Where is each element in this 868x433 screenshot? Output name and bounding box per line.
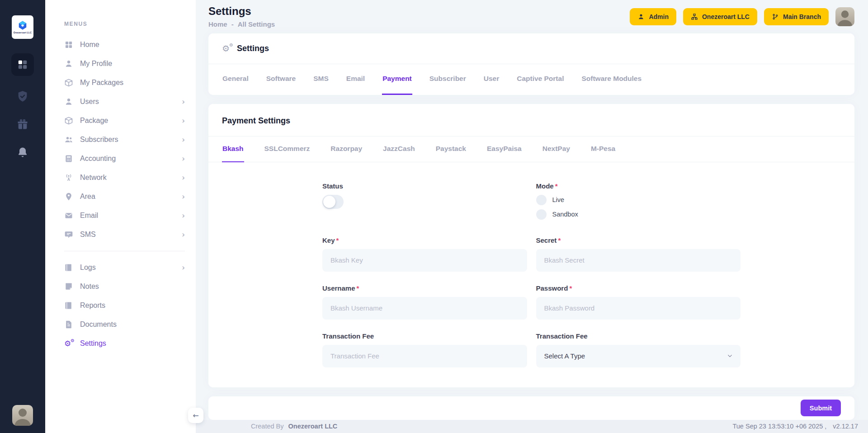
sidebar-item-subscribers[interactable]: Subscribers ›	[64, 130, 185, 149]
admin-button[interactable]: Admin	[630, 8, 676, 25]
sidebar-item-my-packages[interactable]: My Packages	[64, 73, 185, 92]
rail-gift-button[interactable]	[15, 117, 30, 132]
mode-live-radio[interactable]	[536, 195, 547, 205]
tab-email[interactable]: Email	[346, 64, 365, 95]
secret-field: Secret*	[536, 236, 741, 272]
mode-label: Mode*	[536, 182, 741, 190]
transaction-fee-type-field: Transaction Fee Select A Type	[536, 332, 741, 367]
tab-user[interactable]: User	[483, 64, 500, 95]
breadcrumb: Home - All Settings	[208, 20, 275, 28]
envelope-icon	[64, 211, 73, 220]
tab-jazzcash[interactable]: JazzCash	[382, 136, 415, 162]
status-toggle[interactable]	[322, 195, 344, 209]
chevron-right-icon: ›	[182, 136, 185, 144]
branch-button[interactable]: Main Branch	[764, 8, 829, 25]
footer-version: v2.12.17	[833, 423, 858, 430]
menus-section-label: MENUS	[64, 21, 185, 27]
tab-mpesa[interactable]: M-Pesa	[590, 136, 616, 162]
rail-user-avatar[interactable]	[12, 405, 33, 426]
chevron-right-icon: ›	[182, 231, 185, 239]
tab-payment[interactable]: Payment	[382, 64, 412, 95]
chevron-right-icon: ›	[182, 264, 185, 272]
tab-subscriber[interactable]: Subscriber	[429, 64, 467, 95]
transaction-fee-input[interactable]	[322, 345, 527, 367]
users-icon	[64, 135, 73, 144]
sidebar-item-reports[interactable]: Reports	[64, 296, 185, 315]
menu-divider	[64, 251, 185, 251]
sidebar-item-email[interactable]: Email ›	[64, 206, 185, 225]
calculator-icon	[64, 154, 73, 163]
sidebar-item-settings[interactable]: ⚙⚙ Settings	[64, 334, 185, 353]
user-icon	[64, 97, 73, 106]
sidebar-item-network[interactable]: Network ›	[64, 168, 185, 187]
username-field: Username*	[322, 284, 527, 320]
sidebar-item-logs[interactable]: Logs ›	[64, 258, 185, 277]
chevron-right-icon: ›	[182, 212, 185, 220]
sitemap-icon	[691, 13, 698, 20]
rail-notifications-button[interactable]	[15, 145, 30, 160]
note-icon	[64, 282, 73, 291]
tab-razorpay[interactable]: Razorpay	[330, 136, 363, 162]
key-input[interactable]	[322, 249, 527, 272]
sidebar-item-sms[interactable]: SMS ›	[64, 225, 185, 244]
tab-software[interactable]: Software	[266, 64, 296, 95]
sidebar-item-notes[interactable]: Notes	[64, 277, 185, 296]
sidebar-item-package[interactable]: Package ›	[64, 111, 185, 130]
key-field: Key*	[322, 236, 527, 272]
chevron-right-icon: ›	[182, 174, 185, 182]
sidebar-item-my-profile[interactable]: My Profile	[64, 54, 185, 73]
sidebar-item-label: Settings	[80, 339, 106, 348]
user-avatar[interactable]	[835, 7, 854, 26]
rail-dashboard-button[interactable]	[11, 53, 34, 76]
transaction-fee-type-label: Transaction Fee	[536, 332, 741, 340]
tab-easypaisa[interactable]: EasyPaisa	[486, 136, 522, 162]
rail-shield-check-button[interactable]	[15, 89, 30, 104]
secret-input[interactable]	[536, 249, 741, 272]
tab-paystack[interactable]: Paystack	[435, 136, 467, 162]
tab-sslcommerz[interactable]: SSLCommerz	[264, 136, 311, 162]
breadcrumb-home-link[interactable]: Home	[208, 20, 227, 28]
sidebar-item-label: Package	[80, 117, 108, 125]
package-icon	[64, 78, 73, 87]
sidebar-item-accounting[interactable]: Accounting ›	[64, 149, 185, 168]
form-actions-card: Submit	[208, 396, 854, 420]
sidebar-item-users[interactable]: Users ›	[64, 92, 185, 111]
sidebar-item-label: SMS	[80, 231, 96, 239]
footer-company: Onezeroart LLC	[288, 423, 338, 430]
report-book-icon	[64, 301, 73, 310]
mode-field: Mode* Live Sandbox	[536, 182, 741, 224]
branch-icon	[772, 13, 779, 20]
tab-sms[interactable]: SMS	[313, 64, 329, 95]
page-title: Settings	[208, 5, 275, 18]
collapse-sidebar-button[interactable]: ←	[188, 408, 203, 423]
company-button[interactable]: Onezeroart LLC	[683, 8, 757, 25]
sidebar-item-documents[interactable]: Documents	[64, 315, 185, 334]
mode-sandbox-label: Sandbox	[552, 211, 578, 218]
sidebar-item-label: Logs	[80, 264, 96, 272]
tab-captive-portal[interactable]: Captive Portal	[516, 64, 564, 95]
created-by-label: Created By	[251, 423, 284, 430]
key-label: Key*	[322, 236, 527, 244]
sidebar-item-label: Home	[80, 41, 99, 49]
sidebar-item-home[interactable]: Home	[64, 35, 185, 54]
tab-nextpay[interactable]: NextPay	[542, 136, 571, 162]
username-input[interactable]	[322, 297, 527, 320]
username-label: Username*	[322, 284, 527, 292]
sidebar-item-label: Users	[80, 98, 99, 106]
fee-type-select[interactable]: Select A Type	[536, 345, 741, 367]
sidebar-item-area[interactable]: Area ›	[64, 187, 185, 206]
settings-tabs: General Software SMS Email Payment Subsc…	[208, 64, 854, 95]
topbar-actions: Admin Onezeroart LLC Main Branch	[630, 7, 854, 26]
password-input[interactable]	[536, 297, 741, 320]
sidebar-item-label: My Profile	[80, 60, 112, 68]
tab-software-modules[interactable]: Software Modules	[581, 64, 642, 95]
brand-logo: Onezeroart LLC	[12, 15, 33, 39]
submit-button[interactable]: Submit	[801, 400, 841, 416]
tab-bkash[interactable]: Bkash	[222, 136, 244, 162]
chevron-right-icon: ›	[182, 155, 185, 163]
settings-card-header: ⚙⚙ Settings	[208, 33, 854, 64]
brand-hexagon-icon	[18, 20, 28, 30]
bell-icon	[16, 146, 29, 159]
mode-sandbox-radio[interactable]	[536, 209, 547, 220]
tab-general[interactable]: General	[222, 64, 249, 95]
